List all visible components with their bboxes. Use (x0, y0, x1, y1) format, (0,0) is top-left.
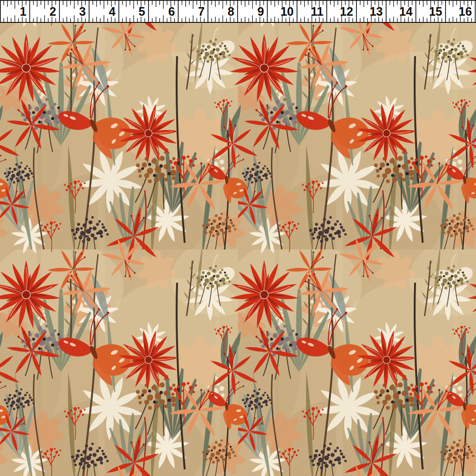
ruler-number: 15 (429, 5, 442, 18)
ruler-graphic: 12345678910111213141516 (0, 0, 476, 23)
ruler-number: 6 (168, 5, 175, 18)
fabric-swatch-photo: 12345678910111213141516 (0, 0, 476, 476)
ruler-number: 11 (311, 5, 324, 18)
fabric-pattern-graphic (0, 23, 476, 476)
ruler-number: 9 (258, 5, 264, 18)
ruler-edge-line (0, 0, 1, 23)
fabric-print (0, 23, 476, 476)
ruler-number: 16 (459, 5, 472, 18)
ruler-number: 2 (50, 5, 56, 18)
ruler-number: 14 (399, 5, 413, 18)
fabric-repeat-area (0, 23, 476, 476)
ruler-number: 12 (340, 5, 353, 18)
ruler-number: 3 (79, 5, 86, 18)
ruler-number: 13 (369, 5, 383, 18)
ruler-number: 5 (139, 5, 145, 18)
ruler-number: 10 (280, 5, 294, 18)
ruler-number: 1 (20, 5, 26, 18)
ruler-number: 4 (109, 5, 116, 18)
ruler-number: 8 (228, 5, 234, 18)
ruler: 12345678910111213141516 (0, 0, 476, 23)
ruler-number: 7 (198, 5, 205, 18)
